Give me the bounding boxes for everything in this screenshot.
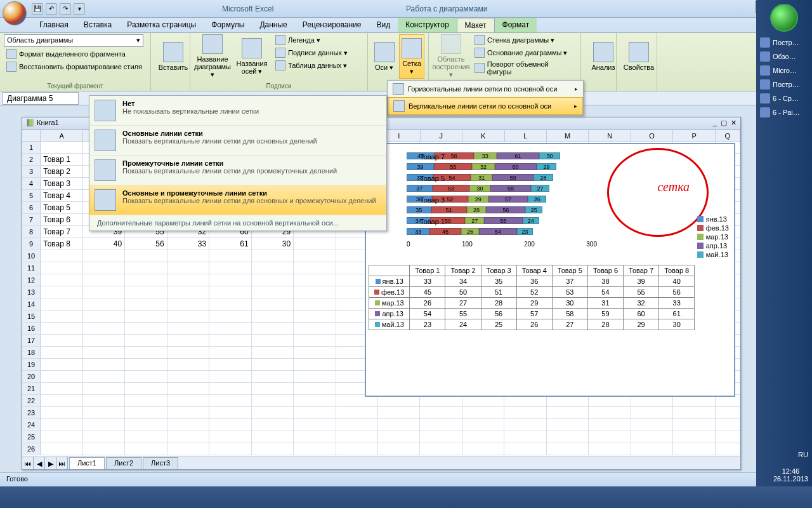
cell[interactable] xyxy=(125,383,167,394)
cell[interactable] xyxy=(589,431,631,443)
chart-title-button[interactable]: Название диаграммы ▾ xyxy=(194,34,231,79)
language-indicator[interactable]: RU xyxy=(798,451,808,458)
cell[interactable] xyxy=(125,407,167,418)
select-all-corner[interactable] xyxy=(22,130,41,141)
cell[interactable] xyxy=(294,359,336,370)
chart-floor-button[interactable]: Основание диаграммы ▾ xyxy=(472,47,577,58)
cell[interactable] xyxy=(83,443,125,455)
cell[interactable] xyxy=(462,407,504,418)
3d-rotation-button[interactable]: Поворот объемной фигуры xyxy=(472,60,577,76)
cell[interactable] xyxy=(631,431,673,443)
ribbon-tab[interactable]: Данные xyxy=(252,18,294,32)
chart-object[interactable]: Товар 740563361303955326029Товар 5385431… xyxy=(365,143,735,397)
grid-more-options[interactable]: Дополнительные параметры линий сетки на … xyxy=(89,215,386,231)
cell[interactable] xyxy=(41,274,82,286)
cell[interactable] xyxy=(462,443,504,455)
horizontal-gridlines-item[interactable]: Горизонтальные линии сетки по основной о… xyxy=(388,81,583,97)
cell[interactable] xyxy=(336,407,378,418)
qat-more-icon[interactable]: ▾ xyxy=(74,3,85,15)
cell[interactable] xyxy=(252,250,294,262)
cell[interactable] xyxy=(378,443,420,455)
cell[interactable] xyxy=(167,443,209,455)
cell[interactable] xyxy=(209,395,251,406)
cell[interactable] xyxy=(41,323,82,334)
cell[interactable] xyxy=(504,407,546,418)
cell[interactable] xyxy=(167,407,209,418)
cell[interactable] xyxy=(41,262,82,274)
cell[interactable] xyxy=(252,383,294,394)
cell[interactable] xyxy=(167,419,209,431)
cell[interactable] xyxy=(83,262,125,274)
cell[interactable] xyxy=(41,371,82,382)
cell[interactable] xyxy=(336,419,378,431)
column-header[interactable]: J xyxy=(421,130,462,141)
cell[interactable] xyxy=(420,431,462,443)
cell[interactable]: Товар 8 xyxy=(41,238,82,250)
name-box[interactable]: Диаграмма 5 xyxy=(3,92,79,105)
column-header[interactable]: A xyxy=(41,130,82,141)
column-header[interactable]: L xyxy=(505,130,547,141)
ribbon-tab[interactable]: Главная xyxy=(32,18,76,32)
gridlines-button[interactable]: Сетка ▾ xyxy=(399,34,424,79)
cell[interactable] xyxy=(673,419,715,431)
cell[interactable] xyxy=(673,431,715,443)
row-header[interactable]: 9 xyxy=(22,238,41,250)
cell[interactable] xyxy=(125,298,167,310)
cell[interactable] xyxy=(547,443,589,455)
cell[interactable] xyxy=(462,431,504,443)
sidebar-item[interactable]: 6 - Ср… xyxy=(756,91,812,105)
sidebar-item[interactable]: Постр… xyxy=(756,36,812,50)
cell[interactable] xyxy=(294,250,336,262)
cell[interactable] xyxy=(209,419,251,431)
cell[interactable] xyxy=(631,443,673,455)
cell[interactable] xyxy=(294,262,336,274)
cell[interactable] xyxy=(252,311,294,322)
ribbon-tab[interactable]: Рецензирование xyxy=(295,18,369,32)
cell[interactable] xyxy=(41,359,82,370)
cell[interactable] xyxy=(547,419,589,431)
row-header[interactable]: 18 xyxy=(22,347,41,358)
ribbon-tab[interactable]: Вид xyxy=(369,18,398,32)
cell[interactable] xyxy=(504,419,546,431)
cell[interactable] xyxy=(41,419,82,431)
row-header[interactable]: 5 xyxy=(22,190,41,201)
row-header[interactable]: 1 xyxy=(22,142,41,153)
cell[interactable] xyxy=(378,431,420,443)
cell[interactable]: 40 xyxy=(83,238,125,250)
cell[interactable] xyxy=(41,395,82,406)
cell[interactable] xyxy=(716,407,740,418)
cell[interactable] xyxy=(125,311,167,322)
cell[interactable] xyxy=(209,431,251,443)
cell[interactable] xyxy=(41,250,82,262)
sheet-tab[interactable]: Лист2 xyxy=(106,457,141,469)
cell[interactable] xyxy=(167,286,209,298)
cell[interactable] xyxy=(83,347,125,358)
properties-button[interactable]: Свойства xyxy=(620,34,657,79)
cell[interactable] xyxy=(673,407,715,418)
cell[interactable] xyxy=(420,407,462,418)
cell[interactable] xyxy=(83,286,125,298)
cell[interactable] xyxy=(209,383,251,394)
sidebar-item[interactable]: Постр… xyxy=(756,77,812,91)
cell[interactable] xyxy=(209,335,251,346)
cell[interactable]: Товар 4 xyxy=(41,190,82,201)
row-header[interactable]: 21 xyxy=(22,383,41,394)
cell[interactable] xyxy=(125,323,167,334)
cell[interactable] xyxy=(83,407,125,418)
cell[interactable] xyxy=(294,431,336,443)
cell[interactable] xyxy=(504,431,546,443)
cell[interactable] xyxy=(83,395,125,406)
tab-prev-icon[interactable]: ◀ xyxy=(34,457,45,469)
cell[interactable]: Товар 5 xyxy=(41,202,82,213)
cell[interactable]: Товар 1 xyxy=(41,154,82,165)
cell[interactable] xyxy=(294,395,336,406)
cell[interactable] xyxy=(631,419,673,431)
cell[interactable] xyxy=(294,298,336,310)
cell[interactable] xyxy=(209,311,251,322)
ribbon-tab[interactable]: Формат xyxy=(495,18,537,32)
cell[interactable] xyxy=(294,443,336,455)
column-header[interactable]: K xyxy=(462,130,504,141)
cell[interactable] xyxy=(209,262,251,274)
cell[interactable] xyxy=(589,443,631,455)
tab-last-icon[interactable]: ⏭ xyxy=(56,457,68,469)
